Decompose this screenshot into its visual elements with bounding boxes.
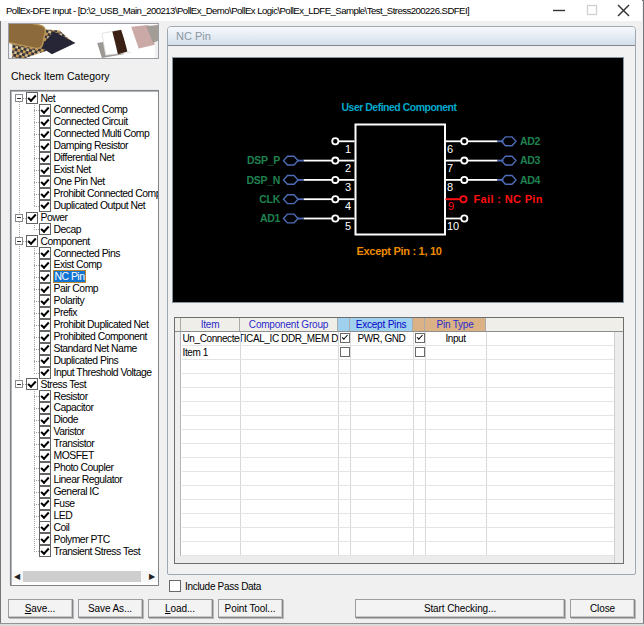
svg-text:1: 1 xyxy=(345,143,351,155)
svg-text:DSP_N: DSP_N xyxy=(246,174,280,186)
svg-text:4: 4 xyxy=(345,200,351,212)
svg-text:Except Pin : 1, 10: Except Pin : 1, 10 xyxy=(356,245,441,257)
svg-text:Fail : NC Pin: Fail : NC Pin xyxy=(474,193,543,205)
svg-text:User Defined Component: User Defined Component xyxy=(341,101,457,113)
svg-text:2: 2 xyxy=(345,162,351,174)
svg-text:AD4: AD4 xyxy=(520,174,541,186)
svg-text:AD3: AD3 xyxy=(520,154,541,166)
svg-text:DSP_P: DSP_P xyxy=(247,154,280,166)
svg-text:10: 10 xyxy=(447,220,459,232)
svg-text:8: 8 xyxy=(447,181,453,193)
svg-text:7: 7 xyxy=(447,162,453,174)
svg-text:AD2: AD2 xyxy=(520,135,541,147)
svg-text:AD1: AD1 xyxy=(260,212,281,224)
svg-text:9: 9 xyxy=(448,200,454,212)
svg-text:6: 6 xyxy=(447,143,453,155)
svg-text:5: 5 xyxy=(345,220,351,232)
svg-text:CLK: CLK xyxy=(259,193,280,205)
svg-text:3: 3 xyxy=(345,181,351,193)
